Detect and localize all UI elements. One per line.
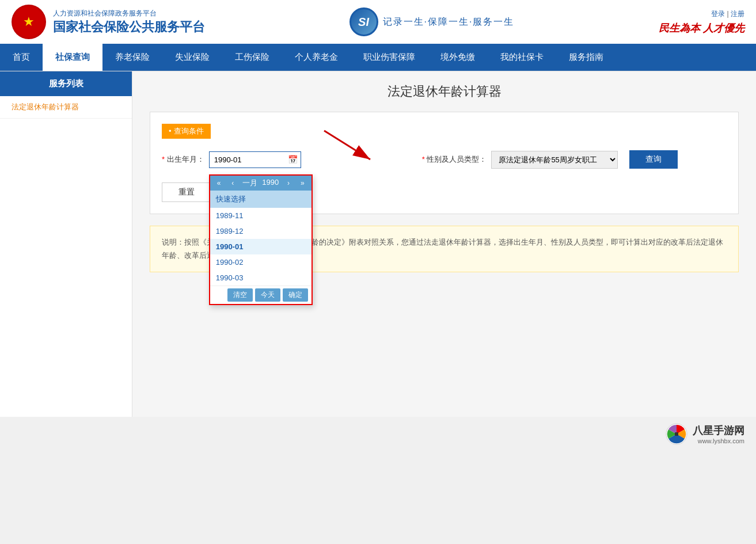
header: ★ 人力资源和社会保障政务服务平台 国家社会保险公共服务平台 SI 记录一生·保… [0,0,756,71]
arrow-svg [318,125,388,171]
logo-badge: ★ [12,5,46,39]
header-left: ★ 人力资源和社会保障政务服务平台 国家社会保险公共服务平台 [12,5,205,39]
sidebar: 服务列表 法定退休年龄计算器 [0,71,132,417]
dp-footer: 清空 今天 确定 [210,286,311,304]
logo-icon: ★ [23,14,35,29]
footer-url: www.lyshbx.com [693,438,744,444]
center-slogan: 记录一生·保障一生·服务一生 [383,16,515,28]
nav: 首页 社保查询 养老保险 失业保险 工伤保险 个人养老金 职业伤害保障 境外免缴… [0,44,756,71]
dp-next-month-btn[interactable]: › [285,178,292,188]
footer-site-name: 八星手游网 [693,424,744,438]
site-subtitle: 人力资源和社会保障政务服务平台 [53,9,205,18]
dp-header: « ‹ 一月 1990 › » [210,176,311,191]
dp-confirm-btn[interactable]: 确定 [283,288,308,302]
dp-quick-select[interactable]: 快速选择 [210,191,311,208]
svg-line-1 [324,131,370,159]
login-links: 登录 | 注册 [711,9,744,19]
header-right: 登录 | 注册 民生為本 人才優先 [659,9,744,35]
main-wrap: 服务列表 法定退休年龄计算器 法定退休年龄计算器 查询条件 * 出生年月： 📅 [0,71,756,417]
sidebar-header: 服务列表 [0,71,132,96]
nav-shebao[interactable]: 社保查询 [43,44,102,71]
dp-option-4[interactable]: 1990-03 [210,270,311,286]
sidebar-item-calculator[interactable]: 法定退休年龄计算器 [0,96,132,119]
date-input-wrap: 📅 « ‹ 一月 1990 › » [209,151,301,168]
nav-shiye[interactable]: 失业保险 [162,44,222,71]
footer-logo-svg [665,423,688,446]
nav-shebaocard[interactable]: 我的社保卡 [488,44,556,71]
gender-label: * 性别及人员类型： [422,154,487,165]
login-link[interactable]: 登录 [711,10,725,18]
page-title: 法定退休年龄计算器 [150,83,739,100]
right-slogan: 民生為本 人才優先 [659,21,744,35]
dp-option-2[interactable]: 1990-01 [210,239,311,254]
arrow-annotation [318,125,388,171]
dp-prev-month-btn[interactable]: ‹ [229,178,236,188]
content: 法定退休年龄计算器 查询条件 * 出生年月： 📅 [132,71,756,417]
nav-jingwai[interactable]: 境外免缴 [428,44,488,71]
query-button[interactable]: 查询 [629,150,678,169]
dp-next-year-btn[interactable]: » [298,178,307,188]
birth-field-group: * 出生年月： 📅 « ‹ 一月 [162,151,301,168]
site-title-block: 人力资源和社会保障政务服务平台 国家社会保险公共服务平台 [53,9,205,36]
header-center: SI 记录一生·保障一生·服务一生 [349,7,515,36]
site-title: 国家社会保险公共服务平台 [53,18,205,36]
query-row: * 出生年月： 📅 « ‹ 一月 [162,148,727,202]
gender-select[interactable]: 原法定退休年龄55周岁女职工 原法定退休年龄60周岁男职工 原法定退休年龄50周… [491,151,618,169]
required-star-birth: * [162,155,165,163]
footer: 八星手游网 www.lyshbx.com [0,417,756,451]
nav-fuwu[interactable]: 服务指南 [556,44,616,71]
register-link[interactable]: 注册 [731,10,744,18]
required-star-gender: * [422,155,425,163]
reset-button[interactable]: 重置 [162,182,211,202]
header-top: ★ 人力资源和社会保障政务服务平台 国家社会保险公共服务平台 SI 记录一生·保… [0,0,756,44]
nav-zhiye[interactable]: 职业伤害保障 [351,44,428,71]
gender-field-group: * 性别及人员类型： 原法定退休年龄55周岁女职工 原法定退休年龄60周岁男职工… [422,151,618,169]
nav-home[interactable]: 首页 [0,44,43,71]
dp-today-btn[interactable]: 今天 [255,288,280,302]
dp-prev-year-btn[interactable]: « [215,178,223,188]
dp-year: 1990 [262,178,279,188]
birth-date-input[interactable] [209,151,301,168]
query-section: 查询条件 * 出生年月： 📅 « [150,112,739,214]
nav-gerenyanglao[interactable]: 个人养老金 [282,44,351,71]
dp-option-1[interactable]: 1989-12 [210,223,311,239]
date-picker-dropdown: « ‹ 一月 1990 › » 快速选择 1989-11 [209,174,313,305]
dp-option-3[interactable]: 1990-02 [210,254,311,270]
center-logo: SI 记录一生·保障一生·服务一生 [349,7,515,36]
nav-gongshang[interactable]: 工伤保险 [222,44,282,71]
dp-month-year: 一月 1990 [242,178,279,188]
calendar-icon[interactable]: 📅 [288,155,298,164]
footer-logo: 八星手游网 www.lyshbx.com [12,423,744,446]
birth-label: * 出生年月： [162,154,204,165]
svg-rect-3 [675,432,678,436]
dp-clear-btn[interactable]: 清空 [227,288,253,302]
query-condition-label: 查询条件 [162,124,211,139]
si-icon: SI [349,7,378,36]
dp-month: 一月 [242,178,257,188]
dp-option-0[interactable]: 1989-11 [210,208,311,223]
nav-yanglao[interactable]: 养老保险 [102,44,162,71]
